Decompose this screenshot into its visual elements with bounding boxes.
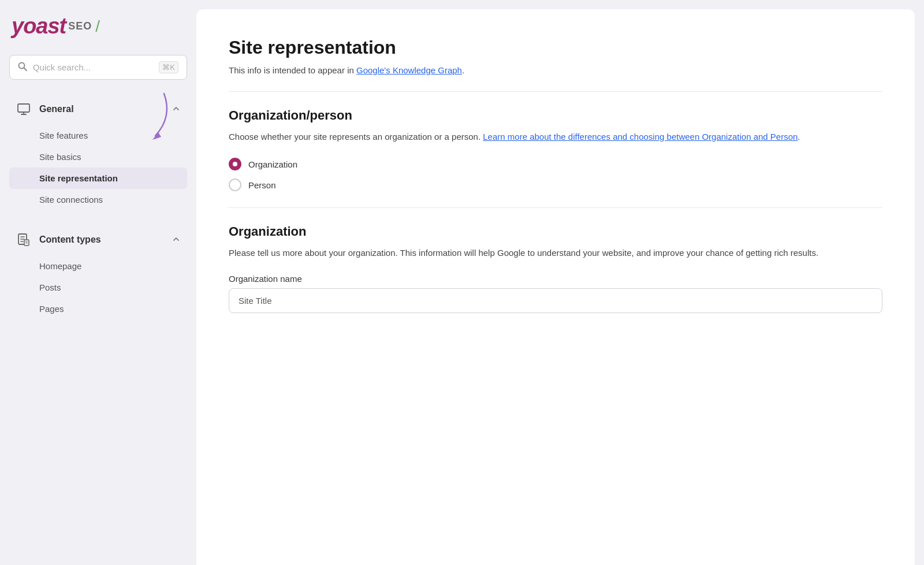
radio-person-circle[interactable]	[229, 179, 241, 191]
nav-section-content-types-left: Content types	[16, 232, 101, 247]
nav-section-general-header[interactable]: General	[9, 96, 187, 122]
nav-item-site-basics[interactable]: Site basics	[9, 146, 187, 168]
main-content: Site representation This info is intende…	[196, 9, 915, 565]
svg-line-1	[24, 68, 27, 70]
nav-section-general-left: General	[16, 102, 74, 117]
search-box[interactable]: Quick search... ⌘K	[9, 55, 187, 80]
organization-section: Organization Please tell us more about y…	[229, 224, 882, 313]
content-types-chevron-icon	[172, 235, 180, 245]
org-person-desc: Choose whether your site represents an o…	[229, 130, 882, 144]
nav-item-site-connections[interactable]: Site connections	[9, 189, 187, 210]
knowledge-graph-link[interactable]: Google's Knowledge Graph	[356, 65, 462, 75]
monitor-icon	[16, 102, 31, 117]
radio-option-person[interactable]: Person	[229, 179, 882, 191]
radio-group-org-person: Organization Person	[229, 158, 882, 191]
logo-slash: /	[95, 17, 100, 36]
page-subtitle: This info is intended to appear in Googl…	[229, 65, 882, 75]
radio-person-label: Person	[248, 180, 276, 190]
divider-2	[229, 207, 882, 208]
document-icon	[16, 232, 31, 247]
org-name-label: Organization name	[229, 274, 882, 284]
content-types-nav-items: Homepage Posts Pages	[9, 253, 187, 322]
nav-section-general-label: General	[39, 104, 74, 114]
nav-section-content-types: Content types Homepage Posts Pages	[9, 226, 187, 322]
org-name-input[interactable]	[229, 288, 882, 313]
radio-organization-label: Organization	[248, 159, 297, 169]
nav-item-posts[interactable]: Posts	[9, 277, 187, 298]
search-placeholder: Quick search...	[33, 62, 153, 72]
learn-more-link[interactable]: Learn more about the differences and cho…	[483, 132, 798, 142]
organization-title: Organization	[229, 224, 882, 239]
nav-item-homepage[interactable]: Homepage	[9, 255, 187, 277]
logo-seo: SEO	[68, 20, 92, 32]
search-icon	[18, 62, 27, 73]
nav-section-content-types-label: Content types	[39, 235, 101, 245]
search-shortcut: ⌘K	[159, 61, 178, 73]
svg-rect-2	[18, 104, 29, 112]
org-person-title: Organization/person	[229, 108, 882, 123]
nav-item-site-features[interactable]: Site features	[9, 125, 187, 146]
general-nav-items: Site features Site basics Site represent…	[9, 122, 187, 213]
page-title: Site representation	[229, 37, 882, 58]
nav-item-site-representation[interactable]: Site representation	[9, 168, 187, 189]
sidebar: yoast SEO / Quick search... ⌘K	[0, 0, 196, 565]
org-person-section: Organization/person Choose whether your …	[229, 108, 882, 191]
logo-yoast: yoast	[12, 14, 66, 39]
org-name-field: Organization name	[229, 274, 882, 313]
general-chevron-icon	[172, 105, 180, 114]
nav-section-content-types-header[interactable]: Content types	[9, 226, 187, 253]
radio-option-organization[interactable]: Organization	[229, 158, 882, 170]
nav-item-pages[interactable]: Pages	[9, 298, 187, 319]
radio-organization-circle[interactable]	[229, 158, 241, 170]
divider-1	[229, 91, 882, 92]
nav-section-general: General Site features Site basics Site r	[9, 96, 187, 213]
organization-desc: Please tell us more about your organizat…	[229, 246, 882, 260]
logo-area: yoast SEO /	[9, 14, 187, 39]
